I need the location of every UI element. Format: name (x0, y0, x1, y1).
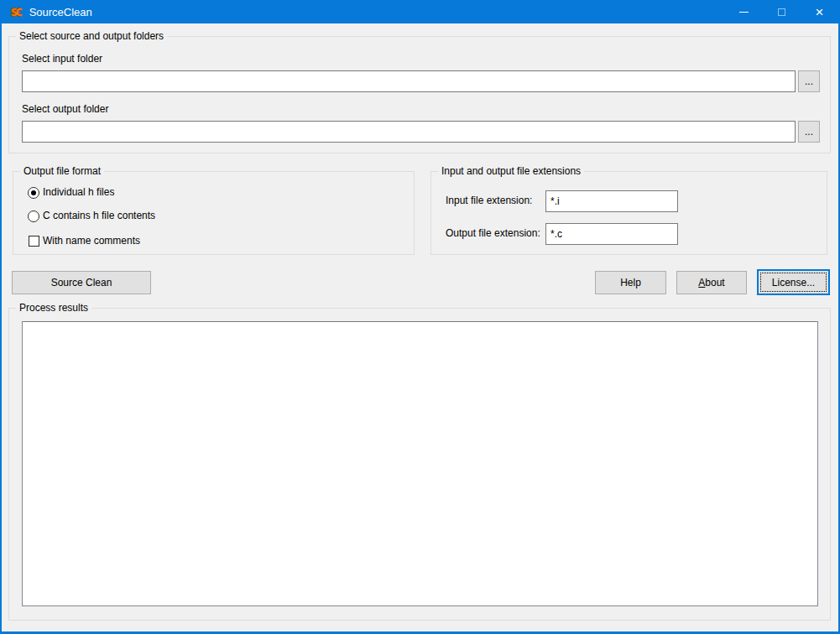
about-button[interactable]: About (676, 271, 747, 294)
minimize-icon (739, 12, 749, 13)
minimize-button[interactable] (725, 0, 763, 23)
window-controls: × (725, 0, 838, 23)
source-clean-button[interactable]: Source Clean (12, 271, 151, 294)
maximize-button[interactable] (763, 0, 801, 23)
input-folder-label: Select input folder (22, 53, 102, 65)
checkbox-icon (29, 236, 39, 247)
radio-option-individual-h-files[interactable]: Individual h files (28, 186, 114, 199)
extensions-group-title: Input and output file extensions (438, 165, 584, 178)
input-extension-label: Input file extension: (446, 195, 532, 207)
output-extension-field[interactable] (545, 223, 678, 245)
app-icon: SC (11, 6, 21, 18)
help-button[interactable]: Help (595, 271, 666, 294)
output-folder-label: Select output folder (22, 103, 108, 116)
license-button-label: License... (772, 277, 815, 288)
output-folder-browse-button[interactable]: ... (798, 121, 820, 143)
maximize-icon (778, 8, 785, 16)
app-window: SC SourceClean × Select source and outpu… (0, 0, 840, 634)
input-extension-field[interactable] (545, 190, 678, 212)
radio-option-label: Individual h files (43, 186, 114, 199)
results-textarea[interactable] (22, 321, 818, 606)
close-icon: × (816, 5, 824, 19)
radio-option-c-contains-h-file-contents[interactable]: C contains h file contents (28, 210, 155, 222)
input-folder-browse-button[interactable]: ... (798, 70, 820, 92)
radio-icon (28, 187, 39, 199)
titlebar[interactable]: SC SourceClean × (0, 0, 840, 23)
radio-icon (28, 210, 39, 222)
input-folder-field[interactable] (22, 70, 796, 92)
format-group-title: Output file format (20, 165, 104, 178)
close-button[interactable]: × (801, 0, 838, 23)
output-extension-label: Output file extension: (446, 227, 540, 240)
checkbox-with-name-comments[interactable]: With name comments (29, 235, 140, 247)
about-button-label: About (698, 277, 724, 288)
license-button[interactable]: License... (757, 269, 830, 295)
window-title: SourceClean (29, 6, 92, 18)
checkbox-label: With name comments (43, 235, 140, 247)
folders-group-title: Select source and output folders (16, 30, 167, 43)
radio-option-label: C contains h file contents (43, 210, 155, 222)
output-folder-field[interactable] (22, 121, 796, 143)
results-group-title: Process results (16, 302, 91, 314)
